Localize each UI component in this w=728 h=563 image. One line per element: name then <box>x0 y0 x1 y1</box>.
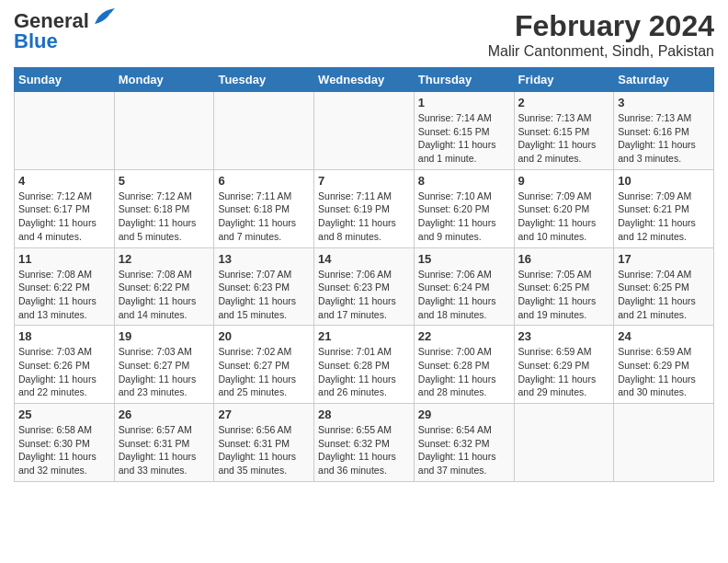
weekday-header: Tuesday <box>214 68 314 92</box>
day-number: 5 <box>119 174 210 188</box>
day-info: Sunrise: 7:11 AM Sunset: 6:18 PM Dayligh… <box>218 190 310 244</box>
calendar-cell: 5Sunrise: 7:12 AM Sunset: 6:18 PM Daylig… <box>114 169 214 247</box>
calendar-cell: 22Sunrise: 7:00 AM Sunset: 6:28 PM Dayli… <box>414 326 514 404</box>
calendar-cell: 24Sunrise: 6:59 AM Sunset: 6:29 PM Dayli… <box>614 326 714 404</box>
day-info: Sunrise: 7:10 AM Sunset: 6:20 PM Dayligh… <box>418 190 510 244</box>
day-number: 10 <box>618 174 710 188</box>
day-number: 1 <box>418 96 510 109</box>
calendar-cell: 1Sunrise: 7:14 AM Sunset: 6:15 PM Daylig… <box>414 92 514 170</box>
day-number: 20 <box>218 329 310 343</box>
day-info: Sunrise: 6:55 AM Sunset: 6:32 PM Dayligh… <box>318 423 410 477</box>
day-info: Sunrise: 7:08 AM Sunset: 6:22 PM Dayligh… <box>18 268 110 322</box>
weekday-header: Thursday <box>414 68 514 92</box>
day-info: Sunrise: 7:08 AM Sunset: 6:22 PM Dayligh… <box>119 268 210 322</box>
day-info: Sunrise: 7:03 AM Sunset: 6:26 PM Dayligh… <box>18 345 110 399</box>
calendar-cell: 28Sunrise: 6:55 AM Sunset: 6:32 PM Dayli… <box>314 404 415 482</box>
calendar-cell: 4Sunrise: 7:12 AM Sunset: 6:17 PM Daylig… <box>15 169 115 247</box>
day-number: 14 <box>318 252 410 266</box>
day-info: Sunrise: 6:57 AM Sunset: 6:31 PM Dayligh… <box>119 423 210 477</box>
day-info: Sunrise: 7:01 AM Sunset: 6:28 PM Dayligh… <box>318 345 410 399</box>
day-info: Sunrise: 7:14 AM Sunset: 6:15 PM Dayligh… <box>418 111 510 166</box>
day-number: 22 <box>418 329 510 343</box>
page-title: February 2024 <box>488 9 714 43</box>
day-info: Sunrise: 7:06 AM Sunset: 6:23 PM Dayligh… <box>318 268 410 322</box>
day-number: 26 <box>119 408 210 421</box>
day-number: 16 <box>518 252 610 266</box>
calendar-cell: 3Sunrise: 7:13 AM Sunset: 6:16 PM Daylig… <box>614 92 714 170</box>
calendar-cell <box>314 92 415 170</box>
day-number: 24 <box>618 329 710 343</box>
calendar-cell: 17Sunrise: 7:04 AM Sunset: 6:25 PM Dayli… <box>614 247 714 326</box>
day-number: 25 <box>18 408 110 421</box>
day-number: 2 <box>518 96 610 109</box>
weekday-header: Saturday <box>614 68 714 92</box>
day-number: 15 <box>418 252 510 266</box>
title-block: February 2024 Malir Cantonment, Sindh, P… <box>488 9 714 60</box>
logo-bird-icon <box>91 7 117 28</box>
calendar-cell: 12Sunrise: 7:08 AM Sunset: 6:22 PM Dayli… <box>114 247 214 326</box>
day-info: Sunrise: 7:00 AM Sunset: 6:28 PM Dayligh… <box>418 345 510 399</box>
day-info: Sunrise: 7:09 AM Sunset: 6:21 PM Dayligh… <box>618 190 710 244</box>
calendar-cell: 29Sunrise: 6:54 AM Sunset: 6:32 PM Dayli… <box>414 404 514 482</box>
day-number: 17 <box>618 252 710 266</box>
calendar-cell: 2Sunrise: 7:13 AM Sunset: 6:15 PM Daylig… <box>514 92 614 170</box>
calendar-table: SundayMondayTuesdayWednesdayThursdayFrid… <box>14 67 714 482</box>
calendar-cell <box>214 92 314 170</box>
day-info: Sunrise: 7:11 AM Sunset: 6:19 PM Dayligh… <box>318 190 410 244</box>
day-info: Sunrise: 7:05 AM Sunset: 6:25 PM Dayligh… <box>518 268 610 322</box>
day-number: 4 <box>18 174 110 188</box>
calendar-cell: 13Sunrise: 7:07 AM Sunset: 6:23 PM Dayli… <box>214 247 314 326</box>
logo-blue: Blue <box>14 29 58 53</box>
calendar-cell <box>614 404 714 482</box>
calendar-cell: 8Sunrise: 7:10 AM Sunset: 6:20 PM Daylig… <box>414 169 514 247</box>
day-info: Sunrise: 7:06 AM Sunset: 6:24 PM Dayligh… <box>418 268 510 322</box>
calendar-cell: 15Sunrise: 7:06 AM Sunset: 6:24 PM Dayli… <box>414 247 514 326</box>
day-info: Sunrise: 6:58 AM Sunset: 6:30 PM Dayligh… <box>18 423 110 477</box>
day-number: 3 <box>618 96 710 109</box>
day-info: Sunrise: 7:03 AM Sunset: 6:27 PM Dayligh… <box>119 345 210 399</box>
calendar-cell: 20Sunrise: 7:02 AM Sunset: 6:27 PM Dayli… <box>214 326 314 404</box>
calendar-cell <box>514 404 614 482</box>
calendar-cell: 14Sunrise: 7:06 AM Sunset: 6:23 PM Dayli… <box>314 247 415 326</box>
day-number: 28 <box>318 408 410 421</box>
day-number: 21 <box>318 329 410 343</box>
calendar-cell: 11Sunrise: 7:08 AM Sunset: 6:22 PM Dayli… <box>15 247 115 326</box>
day-number: 18 <box>18 329 110 343</box>
calendar-cell <box>15 92 115 170</box>
calendar-cell: 18Sunrise: 7:03 AM Sunset: 6:26 PM Dayli… <box>15 326 115 404</box>
page-subtitle: Malir Cantonment, Sindh, Pakistan <box>488 43 714 60</box>
page-header: General Blue February 2024 Malir Cantonm… <box>14 9 714 60</box>
day-info: Sunrise: 7:12 AM Sunset: 6:17 PM Dayligh… <box>18 190 110 244</box>
day-info: Sunrise: 6:54 AM Sunset: 6:32 PM Dayligh… <box>418 423 510 477</box>
day-info: Sunrise: 7:02 AM Sunset: 6:27 PM Dayligh… <box>218 345 310 399</box>
calendar-cell: 10Sunrise: 7:09 AM Sunset: 6:21 PM Dayli… <box>614 169 714 247</box>
calendar-cell: 19Sunrise: 7:03 AM Sunset: 6:27 PM Dayli… <box>114 326 214 404</box>
day-number: 13 <box>218 252 310 266</box>
day-number: 8 <box>418 174 510 188</box>
day-info: Sunrise: 6:59 AM Sunset: 6:29 PM Dayligh… <box>618 345 710 399</box>
weekday-header: Wednesday <box>314 68 415 92</box>
calendar-cell: 6Sunrise: 7:11 AM Sunset: 6:18 PM Daylig… <box>214 169 314 247</box>
day-info: Sunrise: 7:07 AM Sunset: 6:23 PM Dayligh… <box>218 268 310 322</box>
calendar-cell: 21Sunrise: 7:01 AM Sunset: 6:28 PM Dayli… <box>314 326 415 404</box>
day-number: 27 <box>218 408 310 421</box>
day-number: 23 <box>518 329 610 343</box>
calendar-cell: 9Sunrise: 7:09 AM Sunset: 6:20 PM Daylig… <box>514 169 614 247</box>
day-info: Sunrise: 7:13 AM Sunset: 6:16 PM Dayligh… <box>618 111 710 166</box>
logo: General Blue <box>14 9 117 53</box>
day-info: Sunrise: 7:09 AM Sunset: 6:20 PM Dayligh… <box>518 190 610 244</box>
calendar-cell: 7Sunrise: 7:11 AM Sunset: 6:19 PM Daylig… <box>314 169 415 247</box>
calendar-cell: 26Sunrise: 6:57 AM Sunset: 6:31 PM Dayli… <box>114 404 214 482</box>
calendar-cell: 16Sunrise: 7:05 AM Sunset: 6:25 PM Dayli… <box>514 247 614 326</box>
day-info: Sunrise: 6:59 AM Sunset: 6:29 PM Dayligh… <box>518 345 610 399</box>
calendar-cell <box>114 92 214 170</box>
calendar-cell: 23Sunrise: 6:59 AM Sunset: 6:29 PM Dayli… <box>514 326 614 404</box>
weekday-header: Monday <box>114 68 214 92</box>
day-info: Sunrise: 6:56 AM Sunset: 6:31 PM Dayligh… <box>218 423 310 477</box>
day-number: 11 <box>18 252 110 266</box>
day-info: Sunrise: 7:13 AM Sunset: 6:15 PM Dayligh… <box>518 111 610 166</box>
weekday-header: Sunday <box>15 68 115 92</box>
day-info: Sunrise: 7:04 AM Sunset: 6:25 PM Dayligh… <box>618 268 710 322</box>
day-number: 9 <box>518 174 610 188</box>
day-number: 29 <box>418 408 510 421</box>
